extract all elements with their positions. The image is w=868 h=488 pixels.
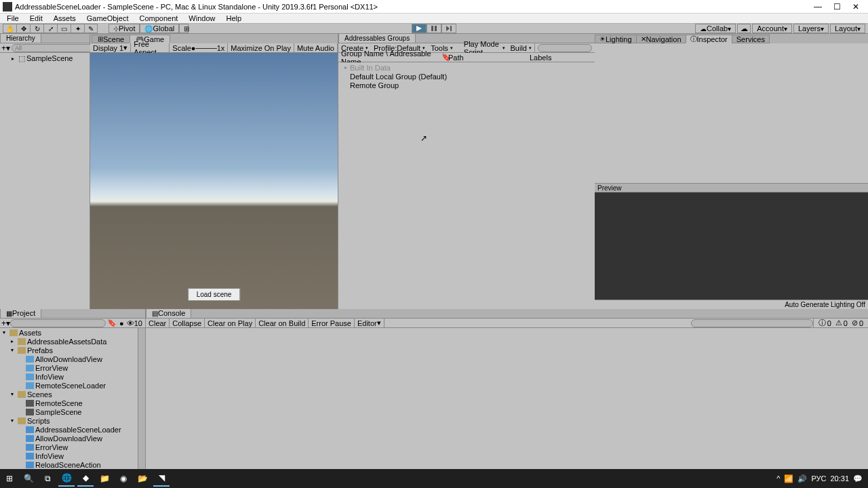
project-item[interactable]: SampleScene <box>0 407 145 416</box>
project-search[interactable] <box>10 319 106 327</box>
addr-tree[interactable]: ▸Built In Data Default Local Group (Defa… <box>338 62 595 309</box>
collab-dropdown[interactable]: ☁Collab ▾ <box>695 24 736 33</box>
project-item[interactable]: InfoView <box>0 372 145 381</box>
game-viewport[interactable]: Load scene <box>90 53 338 309</box>
step-button[interactable] <box>441 24 456 33</box>
addr-col-labels[interactable]: Labels <box>527 54 554 62</box>
task-app2[interactable]: 📂 <box>134 470 151 487</box>
console-editor[interactable]: Editor ▾ <box>355 319 384 328</box>
layers-dropdown[interactable]: Layers ▾ <box>793 24 829 33</box>
account-dropdown[interactable]: Account ▾ <box>752 24 792 33</box>
addr-play-mode[interactable]: Play Mode Script <box>461 43 508 53</box>
close-button[interactable]: ✕ <box>846 1 865 13</box>
load-scene-button[interactable]: Load scene <box>188 288 241 301</box>
project-fav-icon[interactable]: 🔖 <box>106 319 118 327</box>
project-item[interactable]: AllowDownloadView <box>0 434 145 443</box>
project-item[interactable]: RemoteScene <box>0 399 145 407</box>
addr-search[interactable] <box>538 44 592 52</box>
rect-tool[interactable]: ▭ <box>57 24 71 33</box>
layout-dropdown[interactable]: Layout ▾ <box>830 24 865 33</box>
task-explorer[interactable]: 📁 <box>96 470 113 487</box>
navigation-tab[interactable]: ✕ Navigation <box>636 35 686 43</box>
addr-build[interactable]: Build <box>508 43 534 53</box>
info-count[interactable]: ⓘ0 <box>816 318 833 328</box>
project-item[interactable]: InfoView <box>0 451 145 460</box>
project-item[interactable]: ReloadSceneAction <box>0 460 145 469</box>
project-item[interactable]: ErrorView <box>0 363 145 372</box>
rotate-tool[interactable]: ↻ <box>30 24 43 33</box>
task-unity[interactable]: ◆ <box>77 470 94 487</box>
task-app1[interactable]: ◉ <box>115 470 132 487</box>
hierarchy-search[interactable] <box>12 44 94 52</box>
addr-item-default[interactable]: Default Local Group (Default) <box>339 72 594 81</box>
tray-notifications-icon[interactable]: 💬 <box>853 474 863 483</box>
addr-item-remote[interactable]: Remote Group <box>339 81 594 89</box>
preview-header[interactable]: Preview <box>595 183 868 192</box>
menu-edit[interactable]: Edit <box>24 14 48 23</box>
tray-lang[interactable]: РУС <box>811 474 826 483</box>
console-clear[interactable]: Clear <box>146 319 170 328</box>
display-dropdown[interactable]: Display 1 ▾ <box>90 43 131 53</box>
console-collapse[interactable]: Collapse <box>170 319 205 328</box>
create-button[interactable]: +▾ <box>1 43 10 53</box>
custom-tool[interactable]: ✎ <box>84 24 98 33</box>
hand-tool[interactable]: ✋ <box>3 24 16 33</box>
project-item[interactable]: ▾Prefabs <box>0 346 145 354</box>
console-error-pause[interactable]: Error Pause <box>309 319 355 328</box>
project-item[interactable]: ▾Scenes <box>0 390 145 399</box>
menu-assets[interactable]: Assets <box>48 14 81 23</box>
minimize-button[interactable]: — <box>808 1 827 13</box>
play-button[interactable] <box>412 24 427 33</box>
console-clear-play[interactable]: Clear on Play <box>205 319 256 328</box>
project-item[interactable]: ErrorView <box>0 443 145 451</box>
tray-sound-icon[interactable]: 🔊 <box>797 474 807 483</box>
scale-tool[interactable]: ⤢ <box>43 24 57 33</box>
project-tab[interactable]: ▦ Project <box>0 309 41 319</box>
aspect-dropdown[interactable]: Free Aspect <box>131 43 170 53</box>
services-tab[interactable]: Services <box>732 35 770 43</box>
scale-slider[interactable]: Scale ●──── 1x <box>170 43 228 53</box>
project-item[interactable]: AllowDownloadView <box>0 354 145 363</box>
global-toggle[interactable]: 🌐Global <box>140 24 179 33</box>
scene-tab[interactable]: ⊞ Scene <box>92 35 130 43</box>
menu-gameobject[interactable]: GameObject <box>81 14 134 23</box>
console-clear-build[interactable]: Clear on Build <box>256 319 309 328</box>
error-count[interactable]: ⊘0 <box>850 319 865 327</box>
search-button[interactable]: 🔍 <box>20 470 37 487</box>
addr-col-path[interactable]: Path <box>446 54 527 62</box>
task-vs[interactable]: ◥ <box>153 470 170 487</box>
maximize-toggle[interactable]: Maximize On Play <box>228 43 294 53</box>
tray-expand-icon[interactable]: ^ <box>776 474 780 483</box>
maximize-button[interactable]: ☐ <box>827 1 846 13</box>
project-hidden[interactable]: 👁10 <box>125 319 144 327</box>
project-item[interactable]: ▾Assets <box>0 328 145 337</box>
inspector-tab[interactable]: ⓘ Inspector <box>686 35 732 43</box>
expand-arrow-icon[interactable]: ▸ <box>12 56 18 62</box>
menu-component[interactable]: Component <box>134 14 183 23</box>
mute-toggle[interactable]: Mute Audio <box>294 43 338 53</box>
console-content[interactable] <box>146 328 868 469</box>
pause-button[interactable] <box>427 24 441 33</box>
tray-time[interactable]: 20:31 <box>830 474 849 483</box>
tray-network-icon[interactable]: 📶 <box>784 474 793 483</box>
hierarchy-tree[interactable]: ▸ ⬚ SampleScene <box>0 53 90 309</box>
project-item[interactable]: ▸AddressableAssetsData <box>0 337 145 346</box>
scene-item[interactable]: ▸ ⬚ SampleScene <box>1 54 89 63</box>
transform-tool[interactable]: ✦ <box>71 24 84 33</box>
cloud-button[interactable]: ☁ <box>737 24 751 33</box>
menu-help[interactable]: Help <box>220 14 247 23</box>
addr-item-builtin[interactable]: ▸Built In Data <box>339 63 594 72</box>
project-item[interactable]: ▾Scripts <box>0 416 145 425</box>
lighting-tab[interactable]: ☀ Lighting <box>595 35 637 43</box>
menu-window[interactable]: Window <box>183 14 220 23</box>
project-item[interactable]: AddressableSceneLoader <box>0 425 145 434</box>
project-create[interactable]: +▾ <box>1 319 10 328</box>
menu-file[interactable]: File <box>1 14 24 23</box>
console-tab[interactable]: ▤ Console <box>146 309 191 319</box>
snap-toggle[interactable]: ⊞ <box>179 24 189 33</box>
console-search[interactable] <box>691 319 813 327</box>
project-tree[interactable]: ▾Assets▸AddressableAssetsData▾PrefabsAll… <box>0 328 145 469</box>
start-button[interactable]: ⊞ <box>1 470 18 487</box>
addressables-tab[interactable]: Addressables Groups <box>338 34 416 43</box>
pivot-toggle[interactable]: ⊹Pivot <box>108 24 140 33</box>
